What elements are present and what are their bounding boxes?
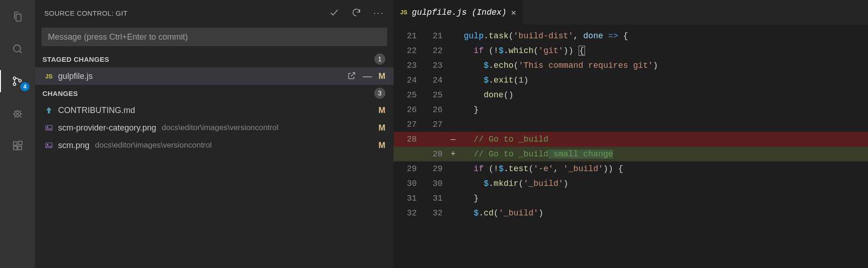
code-line[interactable]: 2323 $.echo('This command requires git') [394, 58, 868, 73]
code-line[interactable]: 2222 if (!$.which('git')) { [394, 43, 868, 58]
image-file-icon [44, 124, 53, 132]
line-number-original: 24 [394, 76, 419, 85]
diff-editor[interactable]: 2121gulp.task('build-dist', done => {222… [394, 25, 868, 268]
line-number-modified: 24 [419, 76, 445, 85]
staged-count: 1 [374, 54, 385, 65]
debug-icon[interactable] [6, 102, 29, 125]
diff-marker: + [445, 149, 461, 159]
line-number-original: 28 [394, 135, 419, 144]
file-name: scm-provider-category.png [58, 123, 156, 133]
line-number-original: 27 [394, 120, 419, 129]
changes-list: CONTRIBUTING.mdMscm-provider-category.pn… [35, 101, 394, 154]
source-control-icon[interactable]: 4 [6, 70, 29, 92]
file-row[interactable]: scm-provider-category.pngdocs\editor\ima… [35, 119, 394, 137]
svg-point-1 [13, 77, 16, 79]
svg-point-2 [13, 83, 16, 85]
line-number-original: 32 [394, 208, 419, 218]
extensions-icon[interactable] [6, 135, 29, 157]
image-file-icon [44, 141, 53, 149]
file-name: gulpfile.js [58, 71, 93, 81]
code-line[interactable]: 2727 [394, 117, 868, 132]
editor-area: JS gulpfile.js (Index) ✕ 2121gulp.task('… [394, 0, 868, 268]
line-number-original: 23 [394, 61, 419, 70]
status-letter: M [378, 141, 385, 150]
unstage-icon[interactable]: — [363, 71, 372, 82]
status-letter: M [378, 106, 385, 115]
panel-title: SOURCE CONTROL: GIT [44, 9, 128, 17]
panel-header: SOURCE CONTROL: GIT ··· [35, 0, 394, 26]
code-line[interactable]: 3030 $.mkdir('_build') [394, 176, 868, 191]
line-number-modified: 29 [419, 164, 445, 173]
search-icon[interactable] [6, 38, 29, 60]
line-number-original: 25 [394, 90, 419, 100]
svg-rect-8 [18, 141, 22, 145]
code-line[interactable]: 2929 if (!$.test('-e', '_build')) { [394, 161, 868, 176]
file-path: docs\editor\images\versioncontrol [95, 141, 212, 150]
line-number-modified: 28 [419, 149, 445, 159]
more-icon[interactable]: ··· [373, 8, 384, 18]
changes-header[interactable]: CHANGES 3 [35, 85, 394, 101]
changes-count: 3 [374, 88, 385, 99]
open-file-icon[interactable] [347, 71, 356, 82]
line-number-original: 30 [394, 179, 419, 188]
svg-rect-7 [18, 146, 22, 150]
file-path: docs\editor\images\versioncontrol [162, 123, 278, 132]
activity-bar: 4 [0, 0, 35, 268]
svg-point-10 [47, 126, 48, 127]
file-row[interactable]: CONTRIBUTING.mdM [35, 101, 394, 119]
refresh-icon[interactable] [351, 7, 361, 19]
commit-message-input[interactable]: Message (press Ctrl+Enter to commit) [41, 28, 387, 46]
line-number-original: 26 [394, 105, 419, 114]
source-control-panel: SOURCE CONTROL: GIT ··· Message (press C… [35, 0, 394, 268]
code-line[interactable]: 2121gulp.task('build-dist', done => { [394, 29, 868, 43]
tab-label: gulpfile.js (Index) [412, 8, 507, 17]
line-number-original: 29 [394, 164, 419, 173]
diff-marker: — [445, 135, 461, 144]
line-number-modified: 23 [419, 61, 445, 70]
line-number-modified: 32 [419, 208, 445, 218]
file-row[interactable]: JSgulpfile.js—M [35, 67, 394, 85]
tab-gulpfile[interactable]: JS gulpfile.js (Index) ✕ [394, 0, 523, 25]
line-number-original: 31 [394, 194, 419, 203]
line-number-modified: 21 [419, 31, 445, 41]
commit-icon[interactable] [329, 7, 339, 19]
svg-rect-6 [13, 146, 17, 150]
staged-list: JSgulpfile.js—M [35, 67, 394, 85]
markdown-file-icon [44, 106, 53, 114]
line-number-modified: 27 [419, 120, 445, 129]
file-name: scm.png [58, 141, 89, 150]
line-number-modified: 22 [419, 46, 445, 55]
status-letter: M [378, 123, 385, 133]
code-line[interactable]: 2525 done() [394, 88, 868, 102]
status-letter: M [378, 71, 385, 81]
line-number-modified: 31 [419, 194, 445, 203]
line-number-original: 22 [394, 46, 419, 55]
svg-rect-5 [13, 142, 17, 145]
line-number-modified: 25 [419, 90, 445, 100]
file-row[interactable]: scm.pngdocs\editor\images\versioncontrol… [35, 137, 394, 154]
line-number-modified: 30 [419, 179, 445, 188]
file-name: CONTRIBUTING.md [58, 106, 135, 115]
code-line[interactable]: 28+ // Go to _build small change [394, 147, 868, 161]
svg-point-3 [19, 79, 21, 82]
svg-point-0 [13, 45, 20, 52]
code-line[interactable]: 3232 $.cd('_build') [394, 206, 868, 220]
commit-placeholder: Message (press Ctrl+Enter to commit) [48, 32, 188, 42]
code-line[interactable]: 3131 } [394, 191, 868, 206]
js-file-icon: JS [44, 73, 53, 80]
js-file-icon: JS [400, 9, 407, 16]
line-number-original: 21 [394, 31, 419, 41]
tab-bar: JS gulpfile.js (Index) ✕ [394, 0, 868, 25]
staged-changes-header[interactable]: STAGED CHANGES 1 [35, 51, 394, 67]
explorer-icon[interactable] [6, 6, 29, 28]
scm-badge: 4 [20, 82, 30, 91]
code-line[interactable]: 2424 $.exit(1) [394, 73, 868, 88]
code-line[interactable]: 2626 } [394, 102, 868, 117]
code-line[interactable]: 28— // Go to _build [394, 132, 868, 147]
line-number-modified: 26 [419, 105, 445, 114]
svg-point-12 [47, 144, 48, 145]
close-icon[interactable]: ✕ [511, 7, 516, 18]
